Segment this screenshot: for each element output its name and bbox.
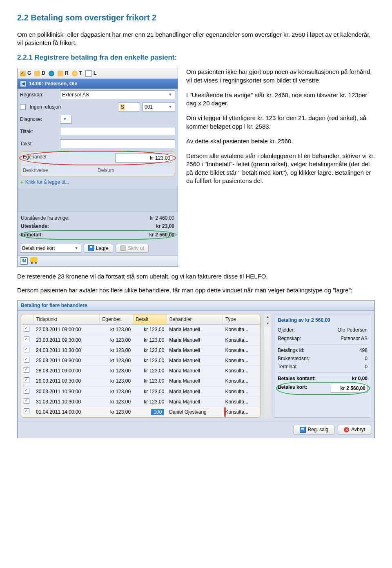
billing-form-screenshot: G D R T L ◀ 14:00: Pedersen, Ole Regnska…: [17, 68, 178, 266]
cancel-icon: ✕: [344, 427, 349, 432]
avbryt-button[interactable]: ✕ Avbryt: [338, 425, 371, 434]
paragraph: De resterende 23 kronene vil da fortsatt…: [17, 272, 375, 281]
payments-table: Tidspunkt Egenbet. Betalt Behandler Type…: [21, 314, 260, 417]
utestaende-label: Utestående:: [21, 223, 49, 229]
paragraph: Dersom alle avtalene står i planleggeren…: [186, 152, 375, 185]
beskrivelse-label: Beskrivelse: [23, 167, 98, 174]
clock-icon: [72, 71, 78, 76]
paragraph: Av dette skal pasienten betale kr. 2560.: [186, 137, 375, 145]
tiltak-label: Tiltak:: [20, 128, 58, 135]
folder-icon: [34, 71, 40, 76]
col-type[interactable]: Type: [223, 314, 260, 325]
kort-input[interactable]: [331, 384, 368, 393]
toolbar-l[interactable]: L: [85, 70, 96, 76]
paragraph: I "Utestående fra øvrige" står kr. 2460,…: [186, 91, 375, 108]
regnskap-select[interactable]: Extensor AS▼: [60, 90, 175, 99]
refusjon-label: Ingen refusjon: [30, 104, 116, 110]
lagre-button[interactable]: Lagre: [84, 244, 113, 253]
egenandel-box: Egenandel: Beskrivelse Delsum: [20, 151, 175, 176]
table-row[interactable]: 24.03.2011 10:30:00kr 123,00kr 123,00Mar…: [21, 345, 260, 355]
utestaende-ovrige-value: kr 2 460,00: [150, 215, 174, 221]
table-row[interactable]: 25.03.2011 09:30:00kr 123,00kr 123,00Mar…: [21, 355, 260, 365]
table-row[interactable]: 28.03.2011 09:00:00kr 123,00kr 123,00Mar…: [21, 366, 260, 376]
toolbar-g[interactable]: G: [20, 70, 31, 76]
col-egenbet[interactable]: Egenbet.: [100, 314, 133, 325]
row-checkbox[interactable]: [24, 398, 29, 404]
add-line-link[interactable]: + Klikk for å legge til...: [18, 178, 178, 189]
paragraph: Om pasienten ikke har gjort opp noen av …: [186, 68, 375, 85]
scroll-up-icon[interactable]: ▴: [264, 314, 271, 321]
row-checkbox[interactable]: [24, 367, 29, 373]
row-checkbox[interactable]: [24, 347, 29, 352]
prev-button[interactable]: ◀: [20, 80, 27, 87]
scroll-down-icon[interactable]: ▾: [264, 321, 271, 327]
egenandel-label: Egenandel:: [23, 154, 59, 163]
folder-icon: [58, 71, 63, 76]
paragraph: Om vi legger til ytterligere kr. 123 for…: [186, 114, 375, 131]
refusjon-checkbox[interactable]: [20, 104, 26, 110]
payment-method-select[interactable]: Betalt med kort▼: [20, 244, 81, 253]
intro-paragraph: Om en poliklinisk- eller dagpasient har …: [17, 31, 375, 47]
code-select[interactable]: 001▼: [143, 102, 175, 111]
time-header: ◀ 14:00: Pedersen, Ole: [18, 79, 178, 89]
heading-level-3: 2.2.1 Registrere betaling fra den enkelt…: [17, 53, 375, 62]
diagnose-label: Diagnose:: [20, 116, 58, 123]
innbetalt-value: kr 2 560,00: [149, 232, 174, 238]
dot-icon: [49, 71, 54, 76]
row-checkbox[interactable]: [24, 357, 29, 363]
delsum-label: Delsum: [98, 167, 172, 174]
betalt-badge: 100: [151, 409, 164, 415]
toolbar: G D R T L: [18, 68, 178, 78]
diagnose-select[interactable]: ▼: [60, 115, 71, 124]
summary-header: Betaling av kr 2 560,00: [278, 317, 368, 323]
col-betalt[interactable]: Betalt: [133, 314, 167, 325]
check-icon: [20, 71, 26, 76]
multi-handler-dialog: Betaling for flere behandlere Tidspunkt …: [17, 300, 375, 438]
regnskap-label: Regnskap:: [20, 91, 58, 98]
print-icon: [120, 245, 126, 251]
save-icon: [88, 245, 94, 251]
toolbar-d[interactable]: D: [34, 70, 45, 76]
heading-level-2: 2.2 Betaling som overstiger frikort 2: [17, 12, 375, 23]
payment-summary-panel: Betaling av kr 2 560,00 Gjelder:Ole Pede…: [274, 314, 371, 418]
row-checkbox[interactable]: [24, 377, 29, 383]
toolbar-r[interactable]: R: [58, 70, 69, 76]
im-badge: IM: [20, 257, 28, 265]
table-row[interactable]: 22.03.2011 09:00:00kr 123,00kr 123,00Mar…: [21, 325, 260, 335]
utestaende-value: kr 23,00: [156, 223, 174, 229]
tiltak-input[interactable]: [60, 127, 175, 136]
car-icon: [30, 257, 38, 263]
utestaende-ovrige-label: Utestående fra øvrige:: [21, 215, 69, 221]
takst-input[interactable]: [60, 139, 175, 148]
table-row[interactable]: 23.03.2011 09:30:00kr 123,00kr 123,00Mar…: [21, 335, 260, 345]
innbetalt-label: Innbetalt:: [21, 232, 43, 238]
row-checkbox[interactable]: [24, 388, 29, 394]
skrivut-button[interactable]: Skriv ut: [116, 244, 149, 253]
col-behandler[interactable]: Behandler: [167, 314, 223, 325]
row-checkbox[interactable]: [24, 336, 29, 342]
dialog-title: Betaling for flere behandlere: [18, 301, 374, 311]
toolbar-t[interactable]: T: [72, 70, 82, 76]
table-row[interactable]: 30.03.2011 10:30:00kr 123,00kr 123,00Mar…: [21, 386, 260, 396]
payments-table-wrap: Tidspunkt Egenbet. Betalt Behandler Type…: [21, 314, 261, 418]
reg-salg-button[interactable]: Reg. salg: [294, 425, 335, 434]
plus-icon: +: [20, 178, 24, 186]
paragraph: Dersom pasienten har avtaler hos flere u…: [17, 286, 375, 294]
row-checkbox[interactable]: [24, 408, 29, 414]
table-row-highlighted[interactable]: 01.04.2011 14:00:00kr 123,00100Daniel Gj…: [21, 407, 260, 417]
table-row[interactable]: 31.03.2011 10:30:00kr 123,00kr 123,00Mar…: [21, 396, 260, 407]
egenandel-input[interactable]: [115, 154, 172, 163]
scrollbar[interactable]: ▴ ▾: [264, 314, 271, 418]
save-icon: [300, 427, 306, 433]
table-row[interactable]: 29.03.2011 09:30:00kr 123,00kr 123,00Mar…: [21, 376, 260, 386]
red-highlight-oval: [224, 407, 226, 417]
row-checkbox[interactable]: [24, 326, 29, 332]
col-tidspunkt[interactable]: Tidspunkt: [33, 314, 100, 325]
takst-label: Takst:: [20, 140, 58, 147]
toolbar-dot[interactable]: [49, 70, 54, 76]
list-icon: [85, 70, 92, 77]
